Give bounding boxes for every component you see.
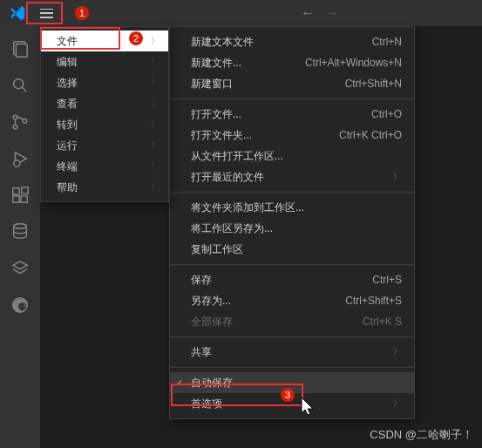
- submenu-item-label: 将文件夹添加到工作区...: [191, 200, 402, 215]
- menu-edit[interactable]: 编辑〉: [41, 51, 168, 72]
- shortcut-text: Ctrl+Alt+Windows+N: [305, 57, 402, 69]
- menu-item-label: 转到: [57, 118, 78, 132]
- chevron-right-icon: 〉: [393, 346, 402, 358]
- submenu-item[interactable]: 从文件打开工作区...: [170, 146, 414, 166]
- search-icon[interactable]: [10, 75, 31, 96]
- menu-go[interactable]: 转到〉: [41, 114, 168, 135]
- shortcut-text: Ctrl+K S: [363, 316, 402, 328]
- submenu-item[interactable]: 保存Ctrl+S: [170, 269, 414, 290]
- shortcut-text: Ctrl+O: [371, 108, 402, 120]
- svg-rect-8: [13, 196, 19, 202]
- menu-item-label: 终端: [57, 160, 78, 174]
- explorer-icon[interactable]: [10, 38, 31, 59]
- annotation-badge: 2: [129, 31, 143, 45]
- svg-rect-10: [22, 187, 28, 193]
- chevron-right-icon: 〉: [151, 56, 160, 68]
- menu-separator: [170, 367, 414, 368]
- shortcut-text: Ctrl+S: [372, 274, 402, 286]
- chevron-right-icon: 〉: [393, 171, 402, 183]
- menu-selection[interactable]: 选择〉: [41, 72, 168, 93]
- menu-item-label: 运行: [57, 139, 78, 153]
- submenu-item-label: 共享: [191, 345, 393, 360]
- submenu-item[interactable]: 另存为...Ctrl+Shift+S: [170, 290, 414, 311]
- submenu-item-label: 复制工作区: [191, 242, 402, 257]
- nav-back-icon[interactable]: ←: [301, 5, 315, 21]
- menu-file[interactable]: 文件〉: [41, 31, 168, 51]
- shortcut-text: Ctrl+Shift+S: [345, 295, 402, 307]
- svg-point-2: [14, 79, 24, 89]
- menu-help[interactable]: 帮助〉: [41, 177, 168, 198]
- submenu-item: 全部保存Ctrl+K S: [170, 311, 414, 332]
- submenu-item-label: 新建窗口: [191, 77, 345, 92]
- svg-rect-1: [16, 44, 27, 58]
- svg-rect-9: [21, 196, 27, 202]
- chevron-right-icon: 〉: [151, 35, 160, 47]
- submenu-item[interactable]: 共享〉: [170, 342, 414, 363]
- chevron-right-icon: 〉: [151, 77, 160, 89]
- menu-item-label: 选择: [57, 76, 78, 91]
- run-debug-icon[interactable]: [10, 148, 31, 169]
- submenu-item[interactable]: 打开最近的文件〉: [170, 166, 414, 187]
- file-submenu: 新建文本文件Ctrl+N新建文件...Ctrl+Alt+Windows+N新建窗…: [169, 26, 415, 419]
- svg-rect-7: [13, 188, 19, 194]
- menu-separator: [170, 192, 414, 193]
- chevron-right-icon: 〉: [393, 397, 402, 410]
- hamburger-menu-button[interactable]: [31, 3, 61, 24]
- submenu-item[interactable]: 新建窗口Ctrl+Shift+N: [170, 73, 414, 94]
- edge-icon[interactable]: [10, 295, 31, 316]
- chevron-right-icon: 〉: [151, 160, 160, 173]
- submenu-item[interactable]: 新建文本文件Ctrl+N: [170, 31, 414, 52]
- svg-point-11: [14, 224, 27, 229]
- submenu-item-label: 全部保存: [191, 315, 363, 329]
- menu-run[interactable]: 运行〉: [41, 135, 168, 156]
- submenu-item[interactable]: 新建文件...Ctrl+Alt+Windows+N: [170, 52, 414, 73]
- extensions-icon[interactable]: [10, 185, 31, 206]
- submenu-item[interactable]: 将工作区另存为...: [170, 218, 414, 239]
- chevron-right-icon: 〉: [151, 181, 160, 193]
- check-icon: ✓: [175, 377, 183, 389]
- submenu-item[interactable]: 将文件夹添加到工作区...: [170, 197, 414, 218]
- chevron-right-icon: 〉: [151, 98, 160, 110]
- submenu-item-label: 将工作区另存为...: [191, 221, 402, 236]
- annotation-badge: 1: [75, 6, 89, 20]
- submenu-item[interactable]: 打开文件夹...Ctrl+K Ctrl+O: [170, 125, 414, 146]
- watermark-text: CSDN @二哈喇子！: [370, 427, 473, 443]
- layers-icon[interactable]: [10, 258, 31, 279]
- submenu-item[interactable]: 复制工作区: [170, 239, 414, 260]
- shortcut-text: Ctrl+N: [372, 36, 402, 48]
- activity-bar: [0, 26, 40, 448]
- menu-view[interactable]: 查看〉: [41, 93, 168, 114]
- submenu-item[interactable]: 打开文件...Ctrl+O: [170, 104, 414, 125]
- chevron-right-icon: 〉: [151, 119, 160, 131]
- annotation-badge: 3: [281, 388, 295, 402]
- submenu-item-label: 自动保存: [191, 376, 402, 390]
- chevron-right-icon: 〉: [151, 139, 160, 152]
- submenu-item-label: 打开文件...: [191, 107, 371, 122]
- submenu-item-label: 另存为...: [191, 294, 345, 309]
- shortcut-text: Ctrl+Shift+N: [345, 78, 402, 90]
- source-control-icon[interactable]: [10, 112, 31, 132]
- vscode-logo-icon: [9, 4, 26, 22]
- menu-item-label: 编辑: [57, 55, 78, 70]
- submenu-item-label: 打开最近的文件: [191, 170, 393, 185]
- submenu-item-label: 新建文件...: [191, 56, 305, 71]
- menu-item-label: 帮助: [57, 180, 78, 195]
- menu-separator: [170, 336, 414, 337]
- main-menu: 文件〉 编辑〉 选择〉 查看〉 转到〉 运行〉 终端〉 帮助〉: [40, 26, 169, 202]
- menu-terminal[interactable]: 终端〉: [41, 156, 168, 177]
- menu-item-label: 文件: [57, 34, 78, 49]
- submenu-item-label: 保存: [191, 273, 372, 288]
- shortcut-text: Ctrl+K Ctrl+O: [339, 129, 402, 141]
- submenu-item-label: 打开文件夹...: [191, 128, 339, 143]
- svg-point-4: [13, 125, 17, 129]
- svg-point-5: [23, 119, 27, 124]
- menu-separator: [170, 98, 414, 99]
- database-icon[interactable]: [10, 221, 31, 242]
- menu-separator: [170, 264, 414, 265]
- nav-forward-icon[interactable]: →: [325, 5, 339, 21]
- svg-point-3: [13, 115, 17, 119]
- menu-item-label: 查看: [57, 97, 78, 112]
- submenu-item-label: 新建文本文件: [191, 35, 372, 50]
- submenu-item-label: 从文件打开工作区...: [191, 149, 402, 164]
